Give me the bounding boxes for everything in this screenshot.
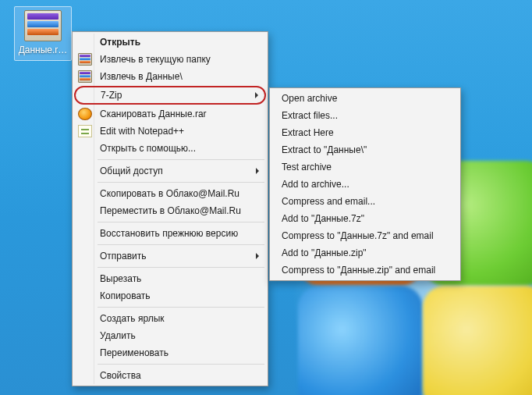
7z-extract-files-label: Extract files... [282,110,338,121]
submenu-arrow-icon [255,92,258,98]
7z-compress-email-label: Compress and email... [282,196,375,207]
notepadpp-icon [78,125,92,137]
winrar-archive-icon [24,10,62,41]
menu-notepadpp-label: Edit with Notepad++ [100,126,184,137]
7z-compress-email[interactable]: Compress and email... [271,193,459,210]
menu-open[interactable]: Открыть [74,34,266,51]
menu-rename-label: Переименовать [100,347,168,358]
submenu-7zip: Open archive Extract files... Extract He… [269,87,461,281]
menu-separator [98,182,264,183]
menu-separator [98,244,264,245]
menu-open-label: Открыть [100,37,140,48]
menu-7zip-label: 7-Zip [101,90,122,101]
7z-compress-zip-email[interactable]: Compress to "Данные.zip" and email [271,262,459,279]
menu-extract-here-label: Извлечь в текущую папку [100,54,211,65]
7z-compress-zip-email-label: Compress to "Данные.zip" and email [282,265,435,276]
menu-extract-to-folder-label: Извлечь в Данные\ [100,71,183,82]
7z-test[interactable]: Test archive [271,158,459,176]
menu-copy-cloud-label: Скопировать в Облако@Mail.Ru [100,188,239,199]
submenu-arrow-icon [256,253,259,259]
menu-separator [98,222,264,222]
7z-extract-to[interactable]: Extract to "Данные\" [271,141,459,158]
menu-shortcut-label: Создать ярлык [100,313,165,324]
menu-scan-label: Сканировать Данные.rar [100,109,207,119]
7z-add-to-zip-label: Add to "Данные.zip" [282,247,367,258]
7z-add-to-archive-label: Add to archive... [282,179,349,190]
7z-compress-7z-email-label: Compress to "Данные.7z" and email [282,230,434,241]
menu-properties-label: Свойства [100,370,141,381]
antivirus-scan-icon [78,108,92,120]
7z-extract-here[interactable]: Extract Here [271,124,459,141]
menu-extract-to-folder[interactable]: Извлечь в Данные\ [74,68,266,85]
menu-extract-here[interactable]: Извлечь в текущую папку [74,51,266,68]
submenu-arrow-icon [256,168,259,174]
menu-notepadpp[interactable]: Edit with Notepad++ [74,123,266,140]
7z-test-label: Test archive [282,162,332,173]
menu-shortcut[interactable]: Создать ярлык [74,310,266,327]
menu-move-cloud[interactable]: Переместить в Облако@Mail.Ru [74,202,266,219]
desktop-file-label: Данные.r… [16,44,69,55]
context-menu: Открыть Извлечь в текущую папку Извлечь … [72,31,268,386]
menu-send-to[interactable]: Отправить [74,247,266,265]
7z-add-to-7z[interactable]: Add to "Данные.7z" [271,210,459,227]
7z-compress-7z-email[interactable]: Compress to "Данные.7z" and email [271,227,459,244]
menu-copy-label: Копировать [100,290,151,301]
menu-separator [98,364,264,365]
menu-separator [98,307,264,308]
7z-open-archive[interactable]: Open archive [271,90,459,107]
menu-delete-label: Удалить [100,330,136,341]
7z-add-to-7z-label: Add to "Данные.7z" [282,213,364,224]
7z-open-archive-label: Open archive [282,93,337,104]
menu-restore[interactable]: Восстановить прежнюю версию [74,225,266,242]
menu-share[interactable]: Общий доступ [74,162,266,180]
menu-restore-label: Восстановить прежнюю версию [100,228,238,239]
menu-7zip[interactable]: 7-Zip [74,86,266,105]
menu-open-with[interactable]: Открыть с помощью... [74,140,266,157]
menu-rename[interactable]: Переименовать [74,344,266,361]
menu-delete[interactable]: Удалить [74,327,266,344]
menu-separator [98,267,264,268]
menu-cut-label: Вырезать [100,273,141,284]
menu-separator [98,159,264,160]
7z-add-to-archive[interactable]: Add to archive... [271,176,459,193]
menu-open-with-label: Открыть с помощью... [100,143,196,154]
menu-share-label: Общий доступ [100,165,163,176]
menu-cut[interactable]: Вырезать [74,270,266,287]
desktop-file-icon[interactable]: Данные.r… [14,6,72,61]
7z-extract-here-label: Extract Here [282,127,334,138]
7z-extract-files[interactable]: Extract files... [271,107,459,124]
winrar-icon [78,70,92,83]
menu-properties[interactable]: Свойства [74,367,266,384]
menu-copy[interactable]: Копировать [74,287,266,304]
7z-extract-to-label: Extract to "Данные\" [282,144,367,155]
menu-copy-cloud[interactable]: Скопировать в Облако@Mail.Ru [74,185,266,202]
7z-add-to-zip[interactable]: Add to "Данные.zip" [271,244,459,262]
winrar-icon [78,53,92,66]
menu-scan[interactable]: Сканировать Данные.rar [74,105,266,123]
menu-send-to-label: Отправить [100,251,147,262]
menu-move-cloud-label: Переместить в Облако@Mail.Ru [100,205,241,216]
